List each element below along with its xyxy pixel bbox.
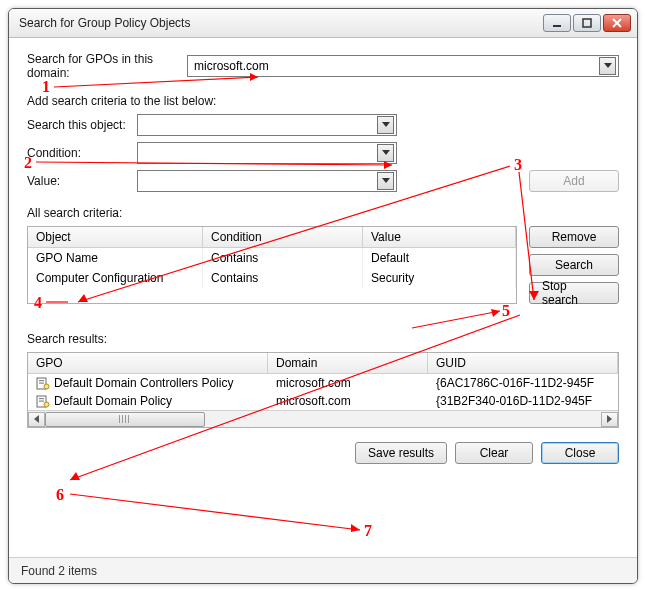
status-text: Found 2 items xyxy=(21,564,97,578)
save-results-button[interactable]: Save results xyxy=(355,442,447,464)
add-button[interactable]: Add xyxy=(529,170,619,192)
minimize-icon xyxy=(552,18,562,28)
all-criteria-label: All search criteria: xyxy=(27,206,619,220)
object-combo[interactable] xyxy=(137,114,397,136)
status-bar: Found 2 items xyxy=(9,557,637,583)
criteria-intro: Add search criteria to the list below: xyxy=(27,94,619,108)
chevron-down-icon xyxy=(377,172,394,190)
svg-rect-13 xyxy=(39,398,44,399)
domain-value: microsoft.com xyxy=(194,59,599,73)
titlebar: Search for Group Policy Objects xyxy=(9,9,637,38)
gpo-icon xyxy=(36,394,50,408)
window-title: Search for Group Policy Objects xyxy=(19,16,543,30)
horizontal-scrollbar[interactable] xyxy=(28,410,618,427)
condition-combo[interactable] xyxy=(137,142,397,164)
results-col-gpo[interactable]: GPO xyxy=(28,353,268,374)
stop-search-button[interactable]: Stop search xyxy=(529,282,619,304)
gpo-icon xyxy=(36,376,50,390)
svg-marker-5 xyxy=(382,122,390,127)
condition-label: Condition: xyxy=(27,146,137,160)
svg-marker-6 xyxy=(382,150,390,155)
criteria-table: Object Condition Value GPO Name Contains… xyxy=(27,226,517,304)
svg-rect-9 xyxy=(39,380,44,381)
scroll-left-icon[interactable] xyxy=(28,412,45,427)
object-label: Search this object: xyxy=(27,118,137,132)
svg-marker-16 xyxy=(34,415,39,423)
svg-rect-10 xyxy=(39,383,44,384)
maximize-button[interactable] xyxy=(573,14,601,32)
close-button[interactable]: Close xyxy=(541,442,619,464)
minimize-button[interactable] xyxy=(543,14,571,32)
results-label: Search results: xyxy=(27,332,619,346)
svg-marker-17 xyxy=(607,415,612,423)
value-combo[interactable] xyxy=(137,170,397,192)
close-icon xyxy=(612,18,622,28)
domain-combo[interactable]: microsoft.com xyxy=(187,55,619,77)
results-col-guid[interactable]: GUID xyxy=(428,353,618,374)
search-button[interactable]: Search xyxy=(529,254,619,276)
criteria-col-object[interactable]: Object xyxy=(28,227,203,248)
criteria-row[interactable]: GPO Name Contains Default xyxy=(28,248,516,268)
maximize-icon xyxy=(582,18,592,28)
results-row[interactable]: Default Domain Controllers Policy micros… xyxy=(28,374,618,392)
chevron-down-icon xyxy=(377,144,394,162)
window-buttons xyxy=(543,14,631,32)
criteria-col-value[interactable]: Value xyxy=(363,227,516,248)
close-window-button[interactable] xyxy=(603,14,631,32)
chevron-down-icon xyxy=(599,57,616,75)
svg-rect-14 xyxy=(39,401,44,402)
criteria-col-condition[interactable]: Condition xyxy=(203,227,363,248)
domain-label: Search for GPOs in this domain: xyxy=(27,52,187,80)
chevron-down-icon xyxy=(377,116,394,134)
results-row[interactable]: Default Domain Policy microsoft.com {31B… xyxy=(28,392,618,410)
svg-marker-4 xyxy=(604,63,612,68)
clear-button[interactable]: Clear xyxy=(455,442,533,464)
scroll-thumb[interactable] xyxy=(45,412,205,427)
svg-point-11 xyxy=(44,384,49,389)
results-table: GPO Domain GUID Default Domain Controlle… xyxy=(27,352,619,428)
svg-marker-7 xyxy=(382,178,390,183)
dialog-window: Search for Group Policy Objects Search f… xyxy=(8,8,638,584)
scroll-right-icon[interactable] xyxy=(601,412,618,427)
svg-point-15 xyxy=(44,402,49,407)
client-area: Search for GPOs in this domain: microsof… xyxy=(9,38,637,583)
remove-button[interactable]: Remove xyxy=(529,226,619,248)
value-label: Value: xyxy=(27,174,137,188)
results-col-domain[interactable]: Domain xyxy=(268,353,428,374)
scroll-track[interactable] xyxy=(45,412,601,427)
svg-rect-1 xyxy=(583,19,591,27)
criteria-row[interactable]: Computer Configuration Contains Security xyxy=(28,268,516,288)
